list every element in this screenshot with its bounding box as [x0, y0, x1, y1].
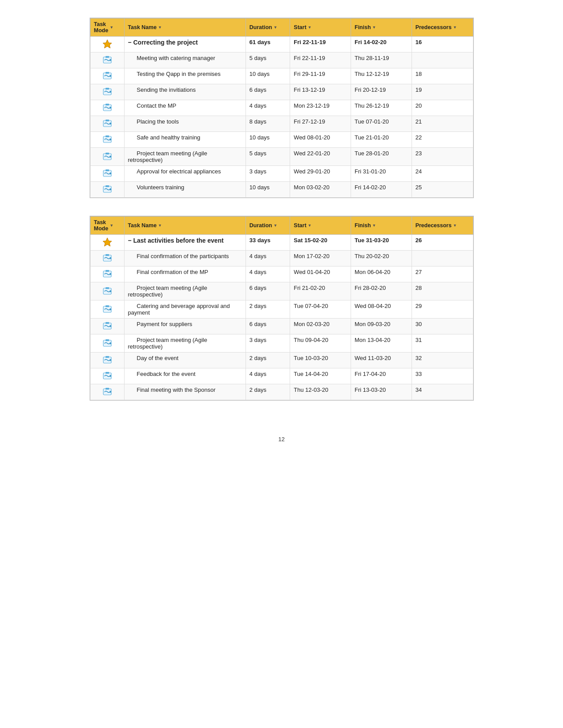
predecessors-cell: 31: [412, 334, 473, 353]
pin-icon: [102, 43, 112, 50]
finish-cell: Fri 14-02-20: [351, 37, 412, 53]
predecessors-cell: 20: [412, 100, 473, 116]
start-cell: Fri 27-12-19: [290, 116, 351, 132]
duration-cell: 61 days: [246, 37, 290, 53]
task-name-cell: Final meeting with the Sponsor: [124, 384, 246, 400]
start-cell: Fri 13-12-19: [290, 84, 351, 100]
table-row: Placing the tools8 daysFri 27-12-19Tue 0…: [90, 116, 473, 132]
task-mode-cell: [90, 166, 124, 182]
svg-rect-11: [106, 104, 109, 105]
duration-cell: 6 days: [246, 319, 290, 334]
task-name-cell: Feedback for the event: [124, 368, 246, 384]
finish-cell: Mon 09-03-20: [351, 319, 412, 334]
col-header-start[interactable]: Start ▼: [290, 19, 351, 37]
finish-cell: Fri 17-04-20: [351, 368, 412, 384]
start-cell: Sat 15-02-20: [290, 235, 351, 251]
task-name-cell: Day of the event: [124, 353, 246, 368]
predecessors-cell: [412, 53, 473, 68]
pin-icon: [102, 241, 112, 248]
finish-cell: Thu 28-11-19: [351, 53, 412, 68]
col-header-predecessors[interactable]: Predecessors ▼: [412, 19, 473, 37]
duration-cell: 5 days: [246, 53, 290, 68]
duration-cell: 4 days: [246, 368, 290, 384]
task-name-cell: Meeting with catering manager: [124, 53, 246, 68]
finish-cell: Mon 06-04-20: [351, 266, 412, 282]
predecessors-cell: 30: [412, 319, 473, 334]
task-mode-cell: [90, 384, 124, 400]
table-row: −Correcting the project61 daysFri 22-11-…: [90, 37, 473, 53]
task-icon: [102, 59, 112, 66]
svg-rect-14: [106, 120, 109, 121]
svg-marker-0: [103, 40, 112, 48]
task-mode-cell: [90, 251, 124, 266]
finish-cell: Thu 20-02-20: [351, 251, 412, 266]
finish-cell: Mon 13-04-20: [351, 334, 412, 353]
table-row: Project team meeting (Agile retrospectiv…: [90, 148, 473, 166]
table-row: Project team meeting (Agile retrospectiv…: [90, 334, 473, 353]
task-mode-cell: [90, 368, 124, 384]
table-row: Sending the invitiations6 daysFri 13-12-…: [90, 84, 473, 100]
finish-cell: Wed 11-03-20: [351, 353, 412, 368]
task-name-cell: Safe and healthy training: [124, 132, 246, 148]
predecessors-cell: 33: [412, 368, 473, 384]
finish-cell: Fri 14-02-20: [351, 182, 412, 198]
task-name-cell: Payment for suppliers: [124, 319, 246, 334]
predecessors-cell: 22: [412, 132, 473, 148]
start-cell: Wed 01-04-20: [290, 266, 351, 282]
col-header-duration[interactable]: Duration ▼: [246, 19, 290, 37]
predecessors-cell: 28: [412, 282, 473, 300]
table-row: Safe and healthy training10 daysWed 08-0…: [90, 132, 473, 148]
start-cell: Fri 29-11-19: [290, 68, 351, 84]
task-mode-cell: [90, 100, 124, 116]
col-header-task_name[interactable]: Task Name ▼: [124, 19, 246, 37]
predecessors-cell: 16: [412, 37, 473, 53]
predecessors-cell: 24: [412, 166, 473, 182]
finish-cell: Tue 07-01-20: [351, 116, 412, 132]
task-mode-cell: [90, 53, 124, 68]
task-name-cell: Testing the Qapp in the premises: [124, 68, 246, 84]
task-icon: [102, 308, 112, 315]
start-cell: Mon 03-02-20: [290, 182, 351, 198]
duration-cell: 5 days: [246, 148, 290, 166]
svg-rect-2: [106, 56, 109, 58]
svg-rect-48: [106, 356, 109, 358]
task-mode-cell: [90, 182, 124, 198]
duration-cell: 4 days: [246, 251, 290, 266]
task-mode-cell: [90, 235, 124, 251]
col-header-start[interactable]: Start ▼: [290, 217, 351, 235]
task-name-cell: −Correcting the project: [124, 37, 246, 53]
svg-rect-42: [106, 322, 109, 324]
task-icon: [102, 257, 112, 264]
task-name-cell: Project team meeting (Agile retrospectiv…: [124, 148, 246, 166]
task-icon: [102, 342, 112, 349]
svg-marker-28: [103, 238, 112, 246]
task-icon: [102, 359, 112, 366]
table-row: Feedback for the event4 daysTue 14-04-20…: [90, 368, 473, 384]
duration-cell: 4 days: [246, 266, 290, 282]
task-name-cell: Final confirmation of the MP: [124, 266, 246, 282]
finish-cell: Fri 31-01-20: [351, 166, 412, 182]
start-cell: Fri 22-11-19: [290, 37, 351, 53]
task-name-cell: Contact the MP: [124, 100, 246, 116]
finish-cell: Tue 21-01-20: [351, 132, 412, 148]
col-header-duration[interactable]: Duration ▼: [246, 217, 290, 235]
col-header-finish[interactable]: Finish ▼: [351, 217, 412, 235]
col-header-predecessors[interactable]: Predecessors ▼: [412, 217, 473, 235]
start-cell: Thu 09-04-20: [290, 334, 351, 353]
svg-rect-51: [106, 372, 109, 374]
col-header-task_mode[interactable]: TaskMode ▼: [90, 217, 124, 235]
duration-cell: 10 days: [246, 68, 290, 84]
predecessors-cell: 26: [412, 235, 473, 251]
svg-rect-39: [106, 305, 109, 307]
col-header-task_mode[interactable]: TaskMode ▼: [90, 19, 124, 37]
task-icon: [102, 391, 112, 398]
svg-rect-26: [106, 185, 109, 187]
finish-cell: Fri 28-02-20: [351, 282, 412, 300]
task-name-cell: −Last activities before the event: [124, 235, 246, 251]
svg-rect-30: [106, 254, 109, 256]
col-header-finish[interactable]: Finish ▼: [351, 19, 412, 37]
predecessors-cell: 23: [412, 148, 473, 166]
start-cell: Wed 08-01-20: [290, 132, 351, 148]
finish-cell: Thu 12-12-19: [351, 68, 412, 84]
col-header-task_name[interactable]: Task Name ▼: [124, 217, 246, 235]
